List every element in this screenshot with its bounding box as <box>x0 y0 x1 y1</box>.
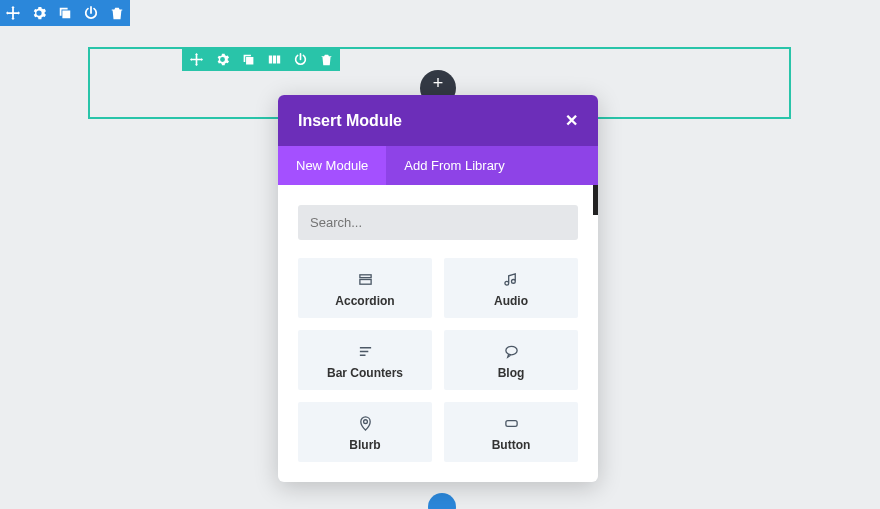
row-toolbar <box>182 47 340 71</box>
module-label: Audio <box>452 294 570 308</box>
module-grid: Accordion Audio Bar Counters Blog Blurb <box>298 258 578 462</box>
module-bar-counters[interactable]: Bar Counters <box>298 330 432 390</box>
module-accordion[interactable]: Accordion <box>298 258 432 318</box>
power-icon[interactable] <box>292 51 308 67</box>
trash-icon[interactable] <box>318 51 334 67</box>
scrollbar[interactable] <box>593 185 598 215</box>
module-label: Accordion <box>306 294 424 308</box>
module-button[interactable]: Button <box>444 402 578 462</box>
accordion-icon <box>306 270 424 288</box>
module-label: Bar Counters <box>306 366 424 380</box>
svg-rect-0 <box>359 274 370 277</box>
bars-icon <box>306 342 424 360</box>
svg-point-6 <box>363 419 367 423</box>
move-icon[interactable] <box>188 51 204 67</box>
add-section-button[interactable] <box>428 493 456 509</box>
gear-icon[interactable] <box>214 51 230 67</box>
module-label: Button <box>452 438 570 452</box>
module-audio[interactable]: Audio <box>444 258 578 318</box>
move-icon[interactable] <box>4 4 22 22</box>
duplicate-icon[interactable] <box>56 4 74 22</box>
section-toolbar <box>0 0 130 26</box>
module-blurb[interactable]: Blurb <box>298 402 432 462</box>
svg-point-5 <box>505 346 516 354</box>
module-blog[interactable]: Blog <box>444 330 578 390</box>
tab-new-module[interactable]: New Module <box>278 146 386 185</box>
module-label: Blurb <box>306 438 424 452</box>
trash-icon[interactable] <box>108 4 126 22</box>
button-icon <box>452 414 570 432</box>
columns-icon[interactable] <box>266 51 282 67</box>
audio-icon <box>452 270 570 288</box>
module-label: Blog <box>452 366 570 380</box>
close-icon[interactable]: ✕ <box>565 111 578 130</box>
power-icon[interactable] <box>82 4 100 22</box>
gear-icon[interactable] <box>30 4 48 22</box>
tab-add-from-library[interactable]: Add From Library <box>386 146 522 185</box>
chat-icon <box>452 342 570 360</box>
modal-title: Insert Module <box>298 112 402 130</box>
duplicate-icon[interactable] <box>240 51 256 67</box>
svg-rect-7 <box>505 420 516 426</box>
modal-tabs: New Module Add From Library <box>278 146 598 185</box>
insert-module-modal: Insert Module ✕ New Module Add From Libr… <box>278 95 598 482</box>
search-input[interactable] <box>298 205 578 240</box>
pin-icon <box>306 414 424 432</box>
svg-rect-1 <box>359 279 370 284</box>
